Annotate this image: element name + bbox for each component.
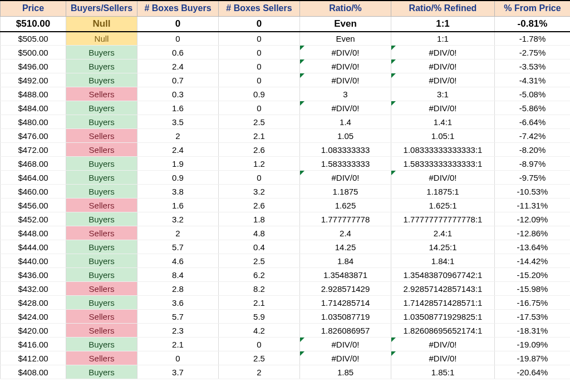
cell-pct[interactable]: -14.42%	[495, 254, 571, 268]
cell-bb[interactable]: 2	[137, 129, 219, 143]
cell-pct[interactable]: -5.86%	[495, 101, 571, 115]
cell-bb[interactable]: 0.7	[137, 73, 219, 87]
cell-bs[interactable]: Sellers	[66, 310, 137, 324]
cell-price[interactable]: $448.00	[1, 226, 66, 240]
cell-bb[interactable]: 1.6	[137, 101, 219, 115]
cell-bs[interactable]: Buyers	[66, 101, 137, 115]
cell-price[interactable]: $492.00	[1, 73, 66, 87]
cell-bsell[interactable]: 0	[219, 338, 300, 351]
cell-refined[interactable]: 14.25:1	[391, 240, 495, 254]
cell-ratio[interactable]: 1.035087719	[300, 310, 391, 324]
cell-pct[interactable]: -15.20%	[495, 268, 571, 282]
cell-price[interactable]: $484.00	[1, 101, 66, 115]
cell-price[interactable]: $452.00	[1, 212, 66, 226]
cell-ratio[interactable]: #DIV/0!	[300, 73, 391, 87]
cell-bs[interactable]: Buyers	[66, 268, 137, 282]
cell-refined[interactable]: 1.4:1	[391, 115, 495, 129]
cell-bb[interactable]: 8.4	[137, 268, 219, 282]
col-boxes-buyers[interactable]: # Boxes Buyers	[137, 1, 219, 16]
cell-ratio[interactable]: 1.84	[300, 254, 391, 268]
cell-ratio[interactable]: 3	[300, 87, 391, 101]
cell-bb[interactable]: 3.2	[137, 212, 219, 226]
cell-bb[interactable]: 2.3	[137, 324, 219, 338]
cell-pct[interactable]: -5.08%	[495, 87, 571, 101]
cell-price[interactable]: $510.00	[1, 16, 66, 32]
table-row[interactable]: $448.00Sellers24.82.42.4:1-12.86%	[1, 226, 571, 240]
cell-ratio[interactable]: 1.826086957	[300, 324, 391, 338]
cell-bsell[interactable]: 2.1	[219, 129, 300, 143]
cell-refined[interactable]: 1.03508771929825:1	[391, 310, 495, 324]
table-row[interactable]: $460.00Buyers3.83.21.18751.1875:1-10.53%	[1, 185, 571, 199]
col-ratio[interactable]: Ratio/%	[300, 1, 391, 16]
cell-bsell[interactable]: 0.4	[219, 240, 300, 254]
cell-ratio[interactable]: #DIV/0!	[300, 46, 391, 59]
cell-bs[interactable]: Buyers	[66, 365, 137, 379]
table-row[interactable]: $472.00Sellers2.42.61.0833333331.0833333…	[1, 143, 571, 157]
table-row[interactable]: $436.00Buyers8.46.21.354838711.354838709…	[1, 268, 571, 282]
cell-ratio[interactable]: 1.05	[300, 129, 391, 143]
cell-bs[interactable]: Buyers	[66, 240, 137, 254]
cell-pct[interactable]: -16.75%	[495, 296, 571, 310]
cell-price[interactable]: $464.00	[1, 171, 66, 185]
cell-bs[interactable]: Sellers	[66, 282, 137, 296]
cell-bb[interactable]: 0	[137, 32, 219, 46]
cell-refined[interactable]: #DIV/0!	[391, 351, 495, 365]
cell-price[interactable]: $460.00	[1, 185, 66, 199]
cell-bb[interactable]: 1.9	[137, 157, 219, 171]
table-row[interactable]: $496.00Buyers2.40#DIV/0!#DIV/0!-3.53%	[1, 59, 571, 73]
cell-bb[interactable]: 5.7	[137, 310, 219, 324]
cell-ratio[interactable]: 1.714285714	[300, 296, 391, 310]
cell-ratio[interactable]: 2.4	[300, 226, 391, 240]
cell-bsell[interactable]: 2.5	[219, 115, 300, 129]
col-boxes-sellers[interactable]: # Boxes Sellers	[219, 1, 300, 16]
cell-pct[interactable]: -15.98%	[495, 282, 571, 296]
cell-price[interactable]: $420.00	[1, 324, 66, 338]
cell-ratio[interactable]: 1.85	[300, 365, 391, 379]
cell-bsell[interactable]: 1.8	[219, 212, 300, 226]
cell-bb[interactable]: 1.6	[137, 199, 219, 212]
cell-refined[interactable]: #DIV/0!	[391, 338, 495, 351]
cell-price[interactable]: $480.00	[1, 115, 66, 129]
cell-ratio[interactable]: 2.928571429	[300, 282, 391, 296]
cell-bsell[interactable]: 2.1	[219, 296, 300, 310]
cell-bsell[interactable]: 0	[219, 73, 300, 87]
cell-bsell[interactable]: 0	[219, 16, 300, 32]
cell-refined[interactable]: #DIV/0!	[391, 73, 495, 87]
cell-bsell[interactable]: 8.2	[219, 282, 300, 296]
cell-pct[interactable]: -8.97%	[495, 157, 571, 171]
cell-bb[interactable]: 5.7	[137, 240, 219, 254]
cell-refined[interactable]: 1.58333333333333:1	[391, 157, 495, 171]
table-row[interactable]: $452.00Buyers3.21.81.7777777781.77777777…	[1, 212, 571, 226]
table-row[interactable]: $476.00Sellers22.11.051.05:1-7.42%	[1, 129, 571, 143]
cell-bb[interactable]: 0.9	[137, 171, 219, 185]
cell-pct[interactable]: -11.31%	[495, 199, 571, 212]
cell-pct[interactable]: -3.53%	[495, 59, 571, 73]
cell-pct[interactable]: -18.31%	[495, 324, 571, 338]
table-row[interactable]: $480.00Buyers3.52.51.41.4:1-6.64%	[1, 115, 571, 129]
cell-refined[interactable]: 2.92857142857143:1	[391, 282, 495, 296]
cell-pct[interactable]: -19.09%	[495, 338, 571, 351]
cell-refined[interactable]: 1.82608695652174:1	[391, 324, 495, 338]
cell-refined[interactable]: 1.35483870967742:1	[391, 268, 495, 282]
cell-price[interactable]: $500.00	[1, 46, 66, 59]
cell-bsell[interactable]: 2.6	[219, 143, 300, 157]
cell-pct[interactable]: -1.78%	[495, 32, 571, 46]
cell-refined[interactable]: 1:1	[391, 16, 495, 32]
cell-bs[interactable]: Buyers	[66, 59, 137, 73]
cell-price[interactable]: $505.00	[1, 32, 66, 46]
cell-ratio[interactable]: #DIV/0!	[300, 59, 391, 73]
cell-bs[interactable]: Null	[66, 32, 137, 46]
table-row[interactable]: $500.00Buyers0.60#DIV/0!#DIV/0!-2.75%	[1, 46, 571, 59]
cell-bs[interactable]: Null	[66, 16, 137, 32]
table-row[interactable]: $444.00Buyers5.70.414.2514.25:1-13.64%	[1, 240, 571, 254]
cell-refined[interactable]: #DIV/0!	[391, 101, 495, 115]
table-row[interactable]: $416.00Buyers2.10#DIV/0!#DIV/0!-19.09%	[1, 338, 571, 351]
cell-ratio[interactable]: #DIV/0!	[300, 101, 391, 115]
cell-refined[interactable]: 1.1875:1	[391, 185, 495, 199]
cell-ratio[interactable]: Even	[300, 16, 391, 32]
table-row[interactable]: $492.00Buyers0.70#DIV/0!#DIV/0!-4.31%	[1, 73, 571, 87]
cell-bb[interactable]: 2.8	[137, 282, 219, 296]
cell-pct[interactable]: -0.81%	[495, 16, 571, 32]
col-price[interactable]: Price	[1, 1, 66, 16]
cell-bsell[interactable]: 5.9	[219, 310, 300, 324]
